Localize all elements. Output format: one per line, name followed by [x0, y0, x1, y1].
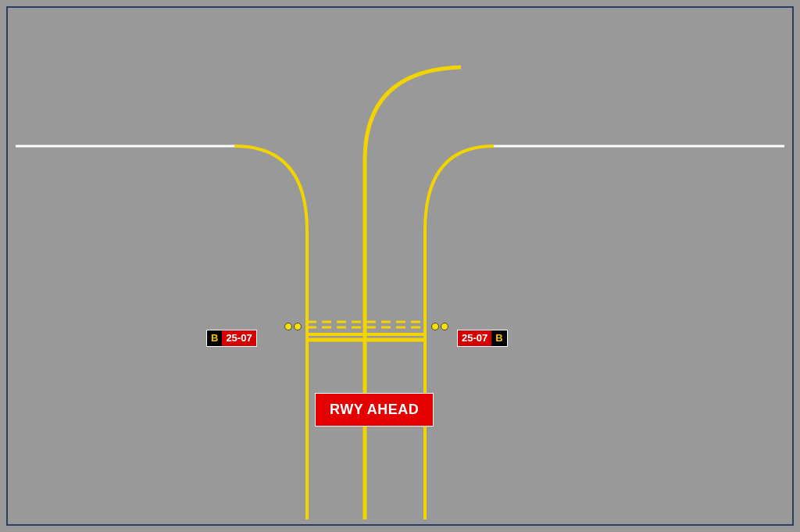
light-dot [284, 323, 292, 330]
runway-ahead-marking: RWY AHEAD [315, 393, 434, 427]
light-dot [441, 323, 448, 330]
runway-holding-sign: 25-07 [458, 330, 491, 346]
hold-position-sign-right: 25-07 B [457, 330, 508, 347]
runway-holding-sign: 25-07 [222, 330, 255, 346]
light-dot [294, 323, 302, 330]
taxiway-geometry [8, 8, 792, 524]
hold-position-sign-left: B 25-07 [206, 330, 257, 347]
diagram-frame: B 25-07 25-07 B RWY AHEAD [6, 6, 794, 526]
runway-guard-lights-left [284, 323, 302, 330]
taxiway-location-sign: B [207, 330, 222, 346]
taxiway-location-sign: B [491, 330, 506, 346]
runway-guard-lights-right [431, 323, 448, 330]
light-dot [431, 323, 439, 330]
taxiway-centerline [365, 67, 461, 520]
